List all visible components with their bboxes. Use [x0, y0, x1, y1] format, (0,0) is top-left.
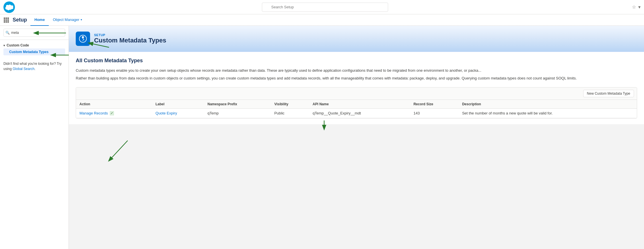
col-header-label: Label — [152, 100, 204, 109]
main-layout: 🔍 meta ▾ Custom Code Custom Metadata Typ… — [0, 26, 644, 249]
nav-bar: Setup Home Object Manager ▾ — [0, 14, 644, 26]
col-header-action: Action — [76, 100, 152, 109]
sidebar: 🔍 meta ▾ Custom Code Custom Metadata Typ… — [0, 26, 69, 249]
sidebar-search-input[interactable]: meta — [3, 29, 65, 37]
page-header: SETUP Custom Metadata Types — [69, 26, 644, 52]
nav-tab-home-label: Home — [34, 17, 45, 22]
sidebar-custom-code-header[interactable]: ▾ Custom Code — [3, 42, 65, 48]
page-header-icon — [76, 32, 90, 46]
nav-setup-label: Setup — [13, 17, 27, 23]
svg-rect-0 — [4, 17, 5, 19]
svg-rect-3 — [4, 19, 5, 21]
svg-rect-6 — [4, 21, 5, 23]
object-manager-chevron-icon: ▾ — [81, 18, 82, 21]
top-search-bar: 🔍 — [18, 3, 632, 12]
col-header-visibility: Visibility — [271, 100, 309, 109]
nav-tab-object-manager-label: Object Manager — [53, 17, 79, 22]
top-header: 🔍 ☆ ▾ — [0, 0, 644, 14]
cell-record-size: 143 — [410, 108, 458, 118]
page-description-2: Rather than building apps from data reco… — [76, 75, 637, 81]
page-header-text: SETUP Custom Metadata Types — [94, 33, 166, 44]
main-content: SETUP Custom Metadata Types All Custom M… — [69, 26, 644, 249]
user-menu-chevron-icon[interactable]: ▾ — [638, 4, 641, 10]
sidebar-item-custom-metadata-types[interactable]: Custom Metadata Types — [3, 48, 65, 55]
cell-label: Quote Expiry — [152, 108, 204, 118]
new-custom-metadata-type-button[interactable]: New Custom Metadata Type — [583, 90, 634, 97]
section-title: All Custom Metadata Types — [76, 58, 637, 64]
cell-action: Manage Records — [76, 108, 152, 118]
page-breadcrumb: SETUP — [94, 33, 166, 37]
sidebar-not-found-period: . — [34, 67, 35, 71]
global-search-link[interactable]: Global Search — [13, 67, 34, 71]
favorite-star-icon[interactable]: ☆ — [632, 4, 636, 10]
page-title: Custom Metadata Types — [94, 37, 166, 44]
label-link[interactable]: Quote Expiry — [155, 111, 177, 115]
svg-rect-8 — [7, 21, 9, 23]
col-header-description: Description — [459, 100, 637, 109]
svg-rect-4 — [6, 19, 7, 21]
manage-records-link[interactable]: Manage Records — [79, 111, 108, 115]
salesforce-logo — [3, 1, 15, 13]
nav-tab-object-manager[interactable]: Object Manager ▾ — [49, 14, 86, 26]
top-search-input[interactable] — [262, 3, 388, 12]
svg-rect-7 — [6, 21, 7, 23]
metadata-types-table: Action Label Namespace Prefix Visibility… — [76, 100, 637, 118]
svg-rect-1 — [6, 17, 7, 19]
nav-tab-home[interactable]: Home — [30, 14, 49, 26]
table-header-row: Action Label Namespace Prefix Visibility… — [76, 100, 637, 109]
svg-point-10 — [83, 40, 83, 41]
svg-rect-5 — [7, 19, 9, 21]
sidebar-custom-code-label: Custom Code — [7, 43, 29, 47]
action-cell: Manage Records — [79, 111, 114, 116]
col-header-api-name: API Name — [309, 100, 410, 109]
table-toolbar: New Custom Metadata Type — [76, 87, 637, 100]
col-header-namespace: Namespace Prefix — [204, 100, 271, 109]
sidebar-search-area: 🔍 meta — [0, 26, 69, 40]
page-body: All Custom Metadata Types Custom metadat… — [69, 52, 644, 124]
sidebar-section-chevron-icon: ▾ — [3, 44, 5, 47]
edit-pencil-icon[interactable] — [110, 111, 114, 116]
page-description-1: Custom metadata types enable you to crea… — [76, 68, 637, 74]
sidebar-search-icon: 🔍 — [5, 31, 10, 35]
sidebar-item-custom-metadata-types-label: Custom Metadata Types — [9, 50, 48, 54]
sidebar-custom-code-section: ▾ Custom Code Custom Metadata Types — [0, 40, 69, 58]
cell-api-name: qTemp__Quote_Expiry__mdt — [309, 108, 410, 118]
sidebar-not-found-message: Didn't find what you're looking for? Try… — [0, 58, 69, 75]
cell-visibility: Public — [271, 108, 309, 118]
cell-description: Set the number of months a new quote wil… — [459, 108, 637, 118]
app-launcher-icon[interactable] — [2, 16, 10, 24]
svg-rect-2 — [7, 17, 9, 19]
metadata-types-table-container: New Custom Metadata Type Action Label Na… — [76, 87, 637, 118]
table-row: Manage Records — [76, 108, 637, 118]
col-header-record-size: Record Size — [410, 100, 458, 109]
cell-namespace: qTemp — [204, 108, 271, 118]
top-right-controls: ☆ ▾ — [632, 4, 641, 10]
